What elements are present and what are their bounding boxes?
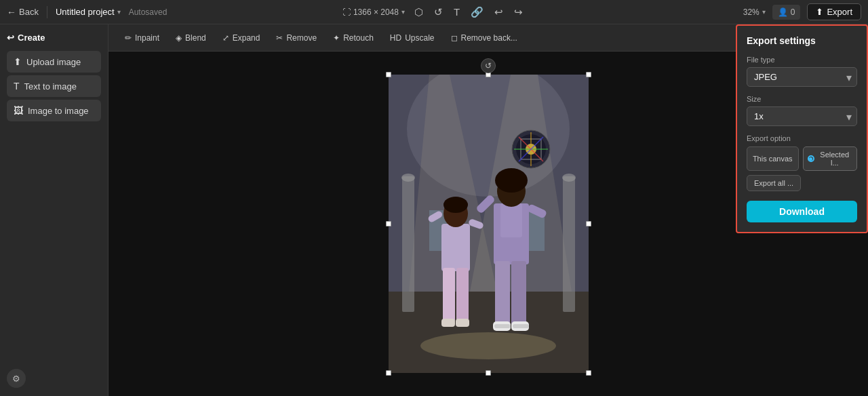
export-all-label: Export all ... xyxy=(754,179,793,187)
blend-button[interactable]: ◈ Blend xyxy=(169,30,213,46)
selected-label: Selected l... xyxy=(817,151,853,167)
expand-label: Expand xyxy=(233,33,260,43)
export-panel: Export settings File type JPEG PNG WEBP … xyxy=(736,24,868,233)
svg-rect-33 xyxy=(495,261,510,325)
back-icon: ← xyxy=(7,7,16,18)
export-option-label: Export option xyxy=(747,134,857,142)
handle-bottom-center[interactable] xyxy=(486,370,491,376)
remove-background-button[interactable]: ◻ Remove back... xyxy=(444,30,524,46)
rotate-tool-button[interactable]: ↺ xyxy=(431,5,446,20)
refresh-button[interactable]: ↺ xyxy=(481,58,496,73)
this-canvas-button[interactable]: This canvas xyxy=(747,146,799,171)
svg-point-30 xyxy=(495,168,528,193)
text-to-image-button[interactable]: T Text to image xyxy=(7,75,101,97)
canvas-size-chevron: ▾ xyxy=(401,8,405,16)
canvas-size-value: 1366 × 2048 xyxy=(353,7,399,17)
chevron-down-icon: ▾ xyxy=(117,8,121,16)
retouch-button[interactable]: ✦ Retouch xyxy=(326,30,380,46)
handle-bottom-right[interactable] xyxy=(586,370,591,376)
text-icon: T xyxy=(14,81,20,92)
size-label: Size xyxy=(747,95,857,103)
sidebar: ↩ Create ⬆ Upload image T Text to image … xyxy=(0,24,108,396)
inpaint-label: Inpaint xyxy=(135,33,159,43)
undo-button[interactable]: ↩ xyxy=(492,5,506,20)
redo-button[interactable]: ↪ xyxy=(511,5,526,20)
upload-image-button[interactable]: ⬆ Upload image xyxy=(7,51,101,73)
back-button[interactable]: ← Back xyxy=(7,7,39,18)
image-to-image-button[interactable]: 🖼 Image to image xyxy=(7,100,101,121)
refresh-icon: ↺ xyxy=(485,61,492,71)
svg-point-15 xyxy=(562,174,576,182)
handle-bottom-left[interactable] xyxy=(386,370,391,376)
export-panel-title: Export settings xyxy=(747,35,857,46)
autosaved-status: Autosaved xyxy=(129,7,167,17)
topbar: ← Back Untitled project ▾ Autosaved ⛶ 13… xyxy=(0,0,868,24)
blend-label: Blend xyxy=(185,33,206,43)
size-select-wrap: 1x 2x 4x xyxy=(747,106,857,126)
svg-rect-23 xyxy=(443,268,455,322)
topbar-center: ⛶ 1366 × 2048 ▾ ⬡ ↺ T 🔗 ↩ ↪ xyxy=(342,5,526,20)
export-icon: ⬆ xyxy=(816,7,823,17)
download-label: Download xyxy=(779,206,825,217)
notification-button[interactable]: 👤 0 xyxy=(772,5,801,20)
back-label: Back xyxy=(19,7,39,17)
svg-rect-2 xyxy=(389,292,589,373)
link-tool-button[interactable]: 🔗 xyxy=(468,5,486,20)
export-button[interactable]: ⬆ Export xyxy=(807,3,861,20)
resize-icon: ⛶ xyxy=(342,7,351,17)
handle-top-right[interactable] xyxy=(586,72,591,77)
svg-rect-25 xyxy=(441,319,455,327)
image-to-image-label: Image to image xyxy=(28,106,89,116)
canvas-size-display: ⛶ 1366 × 2048 ▾ xyxy=(342,7,405,17)
image-frame[interactable]: ↺ xyxy=(389,75,589,373)
handle-middle-left[interactable] xyxy=(386,221,391,226)
settings-icon: ⚙ xyxy=(12,374,20,384)
text-tool-button[interactable]: T xyxy=(451,5,462,19)
size-select[interactable]: 1x 2x 4x xyxy=(747,106,857,126)
radio-selected-icon xyxy=(808,155,814,162)
file-type-select[interactable]: JPEG PNG WEBP xyxy=(747,67,857,87)
svg-rect-37 xyxy=(494,324,511,328)
svg-point-14 xyxy=(401,174,415,182)
retouch-label: Retouch xyxy=(343,33,374,43)
zoom-value: 32% xyxy=(743,7,760,17)
create-text: Create xyxy=(18,33,45,43)
download-button[interactable]: Download xyxy=(747,201,857,222)
settings-button[interactable]: ⚙ xyxy=(7,369,26,388)
zoom-control[interactable]: 32% ▾ xyxy=(743,7,766,17)
remove-button[interactable]: ✂ Remove xyxy=(269,30,323,46)
sidebar-create-label: ↩ Create xyxy=(7,33,101,43)
canvas-svg xyxy=(389,75,589,373)
svg-rect-34 xyxy=(511,261,526,325)
export-all-button[interactable]: Export all ... xyxy=(747,175,801,191)
project-name-text: Untitled project xyxy=(56,7,115,17)
remove-bg-label: Remove back... xyxy=(461,33,517,43)
topbar-tools: ⬡ ↺ T 🔗 ↩ ↪ xyxy=(412,5,526,20)
svg-rect-18 xyxy=(441,224,470,271)
this-canvas-label: This canvas xyxy=(753,155,793,163)
export-label: Export xyxy=(827,7,852,17)
upscale-button[interactable]: HD Upscale xyxy=(383,30,441,46)
svg-rect-28 xyxy=(500,203,522,237)
export-options-row: This canvas Selected l... xyxy=(747,146,857,171)
expand-icon: ⤢ xyxy=(222,33,229,43)
handle-top-left[interactable] xyxy=(386,72,391,77)
upscale-label: Upscale xyxy=(405,33,434,43)
hd-icon: HD xyxy=(390,33,401,43)
inpaint-button[interactable]: ✏ Inpaint xyxy=(118,30,166,46)
handle-middle-right[interactable] xyxy=(586,221,591,226)
zoom-chevron-icon: ▾ xyxy=(762,8,766,16)
svg-point-20 xyxy=(443,197,468,213)
remove-bg-icon: ◻ xyxy=(451,33,458,43)
svg-rect-38 xyxy=(513,324,529,328)
export-all-row: Export all ... xyxy=(747,175,857,191)
svg-rect-12 xyxy=(402,176,414,312)
selected-layer-button[interactable]: Selected l... xyxy=(803,146,858,171)
expand-button[interactable]: ⤢ Expand xyxy=(216,30,267,46)
select-tool-button[interactable]: ⬡ xyxy=(412,5,426,20)
upload-icon: ⬆ xyxy=(14,56,22,67)
topbar-separator xyxy=(47,6,47,18)
text-to-image-label: Text to image xyxy=(24,81,77,92)
topbar-right: 32% ▾ 👤 0 ⬆ Export xyxy=(743,3,861,20)
sidebar-bottom: ⚙ xyxy=(7,369,101,388)
